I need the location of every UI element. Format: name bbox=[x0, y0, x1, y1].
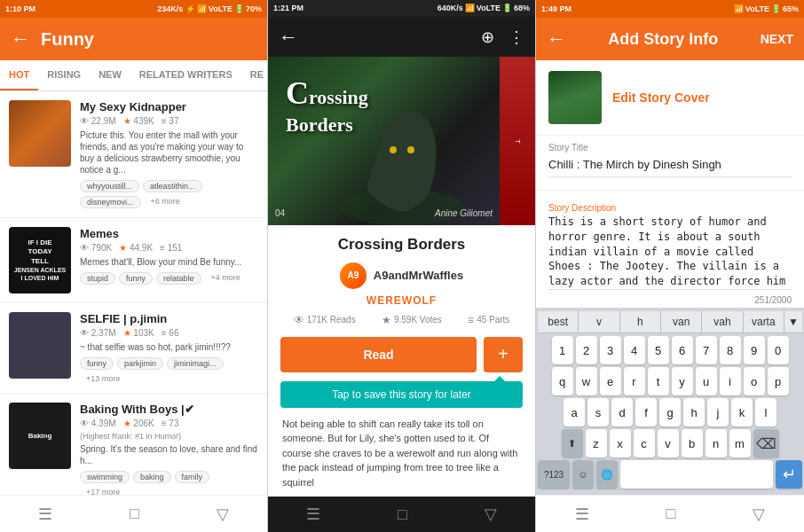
back-button-3[interactable]: ← bbox=[547, 27, 566, 51]
suggestion-v[interactable]: v bbox=[579, 311, 619, 332]
list-item[interactable]: My Sexy Kidnapper 👁 22.9M ★ 439K ≡ 37 Pi… bbox=[0, 91, 267, 218]
emoji-key[interactable]: ☺ bbox=[572, 460, 594, 489]
footer-home-2[interactable]: ☰ bbox=[306, 505, 320, 524]
author-avatar: A9 bbox=[340, 262, 367, 289]
symbols-key[interactable]: ?123 bbox=[538, 460, 570, 489]
footer-icon-square[interactable]: □ bbox=[130, 505, 139, 523]
tab-re[interactable]: RE bbox=[241, 60, 267, 90]
time-2: 1:21 PM bbox=[273, 4, 303, 12]
key-1[interactable]: 1 bbox=[552, 336, 573, 364]
key-0[interactable]: 0 bbox=[768, 336, 789, 364]
key-z[interactable]: z bbox=[586, 429, 607, 458]
add-library-button[interactable]: + bbox=[484, 337, 523, 372]
key-n[interactable]: n bbox=[705, 429, 727, 458]
key-b[interactable]: b bbox=[682, 429, 703, 458]
key-l[interactable]: l bbox=[755, 398, 776, 426]
edit-cover-link[interactable]: Edit Story Cover bbox=[612, 90, 710, 105]
list-item[interactable]: SELFIE | p.jimin 👁 2.37M ★ 103K ≡ 66 ~ t… bbox=[0, 303, 267, 394]
globe-key[interactable]: 🌐 bbox=[596, 460, 618, 489]
key-h[interactable]: h bbox=[683, 398, 705, 426]
suggestion-vah[interactable]: vah bbox=[702, 311, 743, 332]
suggestion-h[interactable]: h bbox=[620, 311, 661, 332]
footer-back-2[interactable]: ▽ bbox=[485, 505, 497, 524]
key-f[interactable]: f bbox=[635, 398, 657, 426]
key-7[interactable]: 7 bbox=[696, 336, 717, 364]
footer-home-3[interactable]: ☰ bbox=[575, 505, 589, 524]
story-description: Not being able to shift can really take … bbox=[280, 417, 523, 490]
key-j[interactable]: j bbox=[707, 398, 729, 426]
key-2[interactable]: 2 bbox=[576, 336, 597, 364]
panel3-header: ← Add Story Info NEXT bbox=[536, 18, 804, 60]
footer-square-2[interactable]: □ bbox=[398, 505, 407, 524]
key-o[interactable]: o bbox=[744, 367, 765, 395]
footer-back-3[interactable]: ▽ bbox=[753, 505, 765, 524]
key-5[interactable]: 5 bbox=[648, 336, 669, 364]
expand-suggestions[interactable]: ▼ bbox=[784, 311, 802, 332]
footer-icon-home[interactable]: ☰ bbox=[38, 505, 52, 524]
key-u[interactable]: u bbox=[696, 367, 717, 395]
panel-add-story-info: 1:49 PM 📶 VoLTE 🔋 65% ← Add Story Info N… bbox=[536, 0, 804, 532]
key-k[interactable]: k bbox=[731, 398, 753, 426]
key-p[interactable]: p bbox=[768, 367, 789, 395]
back-button-2[interactable]: ← bbox=[279, 26, 298, 49]
key-m[interactable]: m bbox=[729, 429, 751, 458]
rank-badge: (Highest Rank: #1 in Humor) bbox=[80, 432, 258, 441]
footer-icon-back[interactable]: ▽ bbox=[217, 505, 229, 524]
key-6[interactable]: 6 bbox=[672, 336, 693, 364]
key-g[interactable]: g bbox=[659, 398, 681, 426]
suggestion-best[interactable]: best bbox=[538, 311, 579, 332]
share-icon[interactable]: ⊕ bbox=[481, 27, 494, 47]
space-key[interactable] bbox=[620, 460, 773, 489]
key-c[interactable]: c bbox=[634, 429, 655, 458]
reads-icon: 👁 bbox=[294, 314, 304, 326]
key-3[interactable]: 3 bbox=[600, 336, 621, 364]
key-y[interactable]: y bbox=[672, 367, 693, 395]
story-title-3: SELFIE | p.jimin bbox=[80, 312, 258, 325]
status-bar-2: 1:21 PM 640K/s 📶 VoLTE 🔋 68% bbox=[268, 0, 535, 17]
story-tags-3: funny parkjimin jiminimagi... +13 more bbox=[80, 357, 258, 384]
desc-label: Story Description bbox=[548, 203, 792, 213]
list-item[interactable]: Baking Baking With Boys |✔ 👁 4.39M ★ 206… bbox=[0, 394, 267, 495]
key-9[interactable]: 9 bbox=[744, 336, 765, 364]
shift-key[interactable]: ⬆ bbox=[562, 429, 583, 458]
save-tooltip[interactable]: Tap to save this story for later bbox=[280, 381, 523, 408]
key-q[interactable]: q bbox=[552, 367, 573, 395]
key-e[interactable]: e bbox=[600, 367, 621, 395]
tab-new[interactable]: NEW bbox=[90, 60, 130, 90]
footer-square-3[interactable]: □ bbox=[666, 505, 676, 523]
status-icons-1: 234K/s ⚡ 📶 VoLTE 🔋 70% bbox=[157, 4, 262, 13]
next-button[interactable]: NEXT bbox=[761, 32, 793, 46]
separator bbox=[536, 190, 804, 191]
key-4[interactable]: 4 bbox=[624, 336, 645, 364]
key-d[interactable]: d bbox=[611, 398, 633, 426]
list-item[interactable]: IF I DIE TODAY TELL JENSEN ACKLES I LOVE… bbox=[0, 218, 267, 303]
story-title-input[interactable] bbox=[548, 154, 792, 177]
key-r[interactable]: r bbox=[624, 367, 645, 395]
key-x[interactable]: x bbox=[610, 429, 631, 458]
key-t[interactable]: t bbox=[648, 367, 669, 395]
back-button-1[interactable]: ← bbox=[11, 27, 30, 51]
story-meta-1: My Sexy Kidnapper 👁 22.9M ★ 439K ≡ 37 Pi… bbox=[80, 100, 258, 208]
tabs-bar: HOT RISING NEW RELATED WRITERS RE bbox=[0, 60, 267, 91]
delete-key[interactable]: ⌫ bbox=[753, 429, 779, 458]
action-buttons: Read + bbox=[280, 337, 523, 372]
story-stats-2: 👁 790K ★ 44.9K ≡ 151 bbox=[80, 243, 258, 253]
story-desc-textarea[interactable] bbox=[548, 215, 792, 290]
suggestion-van[interactable]: van bbox=[661, 311, 702, 332]
key-i[interactable]: i bbox=[720, 367, 741, 395]
key-v[interactable]: v bbox=[658, 429, 679, 458]
tab-related[interactable]: RELATED WRITERS bbox=[130, 60, 241, 90]
tab-hot[interactable]: HOT bbox=[0, 60, 38, 90]
word-suggestions: best v h van vah varta ▼ bbox=[538, 311, 802, 333]
tab-rising[interactable]: RISING bbox=[38, 60, 90, 90]
more-options-icon[interactable]: ⋮ bbox=[508, 27, 524, 47]
enter-key[interactable]: ↵ bbox=[776, 460, 802, 489]
story-stats-1: 👁 22.9M ★ 439K ≡ 37 bbox=[80, 116, 258, 126]
key-w[interactable]: w bbox=[576, 367, 597, 395]
key-a[interactable]: a bbox=[564, 398, 585, 426]
read-button[interactable]: Read bbox=[280, 337, 477, 372]
key-s[interactable]: s bbox=[587, 398, 609, 426]
key-8[interactable]: 8 bbox=[720, 336, 741, 364]
suggestion-varta[interactable]: varta bbox=[744, 311, 784, 332]
story-tags-4: swimming baking family +17 more bbox=[80, 471, 258, 495]
